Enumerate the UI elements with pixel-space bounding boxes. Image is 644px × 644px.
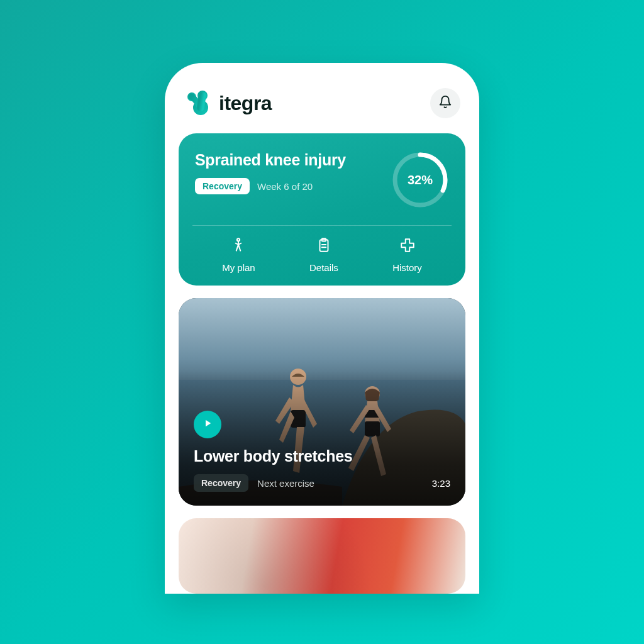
next-exercise-card[interactable] (179, 518, 465, 594)
tab-label: My plan (222, 262, 255, 273)
injury-info: Sprained knee injury Recovery Week 6 of … (195, 151, 346, 194)
card-tabs: My plan Details (195, 237, 449, 273)
tab-label: History (392, 262, 422, 273)
notifications-button[interactable] (430, 88, 460, 118)
video-duration: 3:23 (432, 478, 450, 489)
injury-title: Sprained knee injury (195, 151, 346, 169)
exercise-video-card[interactable]: Lower body stretches Recovery Next exerc… (179, 298, 465, 506)
plus-medical-icon (399, 237, 416, 256)
injury-summary-card: Sprained knee injury Recovery Week 6 of … (179, 133, 465, 286)
phone-frame: itegra Sprained knee injury Recovery Wee… (165, 63, 479, 594)
video-title: Lower body stretches (194, 447, 450, 465)
progress-percent: 32% (391, 151, 449, 209)
progress-ring: 32% (391, 151, 449, 209)
brand-name: itegra (219, 92, 272, 115)
brand-logo[interactable]: itegra (184, 91, 272, 116)
app-header: itegra (179, 82, 465, 133)
clipboard-icon (316, 237, 332, 256)
person-icon (230, 237, 247, 256)
tab-details[interactable]: Details (309, 237, 338, 273)
video-meta-text: Next exercise (257, 478, 423, 489)
status-badge: Recovery (195, 178, 250, 194)
bell-icon (438, 95, 452, 111)
tab-my-plan[interactable]: My plan (222, 237, 255, 273)
tab-history[interactable]: History (392, 237, 422, 273)
video-badge: Recovery (194, 474, 248, 492)
divider (192, 225, 452, 226)
play-icon (202, 418, 213, 431)
week-progress-text: Week 6 of 20 (257, 181, 313, 192)
tab-label: Details (309, 262, 338, 273)
brand-logo-icon (184, 91, 213, 116)
play-button[interactable] (194, 411, 221, 438)
